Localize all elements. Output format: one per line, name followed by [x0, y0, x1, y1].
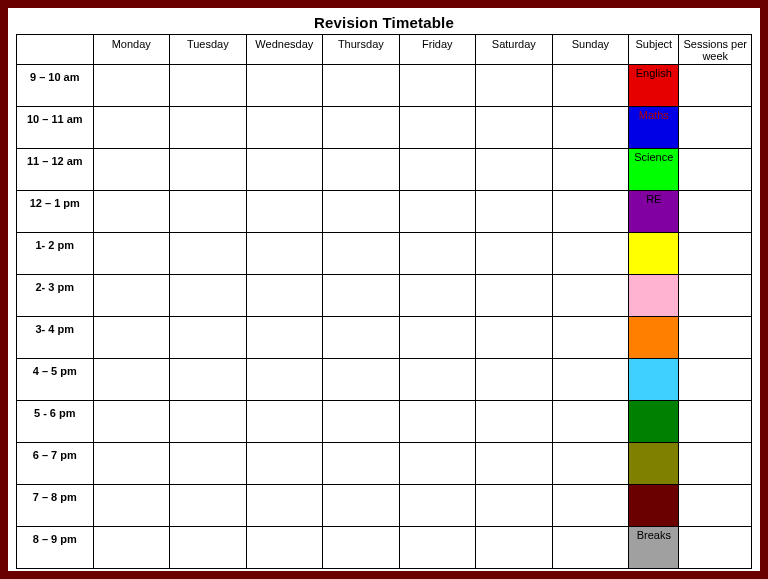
- table-row: 11 – 12 amScience: [17, 149, 752, 191]
- slot-cell: [399, 65, 476, 107]
- time-cell: 9 – 10 am: [17, 65, 94, 107]
- sessions-cell: [679, 149, 752, 191]
- subject-cell: [629, 275, 679, 317]
- slot-cell: [93, 107, 170, 149]
- slot-cell: [246, 149, 323, 191]
- slot-cell: [323, 107, 400, 149]
- slot-cell: [476, 65, 553, 107]
- subject-label: [629, 317, 678, 358]
- header-tuesday: Tuesday: [170, 35, 247, 65]
- header-sunday: Sunday: [552, 35, 629, 65]
- slot-cell: [476, 317, 553, 359]
- time-cell: 12 – 1 pm: [17, 191, 94, 233]
- subject-cell: Science: [629, 149, 679, 191]
- slot-cell: [323, 443, 400, 485]
- subject-cell: [629, 401, 679, 443]
- page-title: Revision Timetable: [16, 12, 752, 34]
- slot-cell: [323, 65, 400, 107]
- slot-cell: [246, 527, 323, 569]
- slot-cell: [476, 275, 553, 317]
- slot-cell: [399, 275, 476, 317]
- table-row: 12 – 1 pmRE: [17, 191, 752, 233]
- subject-cell: [629, 443, 679, 485]
- slot-cell: [399, 359, 476, 401]
- table-row: 9 – 10 amEnglish: [17, 65, 752, 107]
- slot-cell: [323, 359, 400, 401]
- header-wednesday: Wednesday: [246, 35, 323, 65]
- table-row: 6 – 7 pm: [17, 443, 752, 485]
- slot-cell: [476, 107, 553, 149]
- slot-cell: [399, 317, 476, 359]
- slot-cell: [323, 191, 400, 233]
- subject-cell: [629, 485, 679, 527]
- table-row: 1- 2 pm: [17, 233, 752, 275]
- subject-label: [629, 359, 678, 400]
- slot-cell: [552, 485, 629, 527]
- slot-cell: [399, 233, 476, 275]
- slot-cell: [93, 401, 170, 443]
- slot-cell: [476, 527, 553, 569]
- sessions-cell: [679, 401, 752, 443]
- subject-label: [629, 443, 678, 484]
- subject-label: [629, 485, 678, 526]
- subject-label: [629, 233, 678, 274]
- timetable: Monday Tuesday Wednesday Thursday Friday…: [16, 34, 752, 569]
- slot-cell: [552, 191, 629, 233]
- slot-cell: [170, 527, 247, 569]
- slot-cell: [476, 149, 553, 191]
- slot-cell: [246, 191, 323, 233]
- table-row: 2- 3 pm: [17, 275, 752, 317]
- slot-cell: [170, 359, 247, 401]
- slot-cell: [476, 443, 553, 485]
- sessions-cell: [679, 107, 752, 149]
- slot-cell: [93, 65, 170, 107]
- subject-cell: [629, 359, 679, 401]
- sessions-cell: [679, 443, 752, 485]
- slot-cell: [246, 65, 323, 107]
- table-row: 5 - 6 pm: [17, 401, 752, 443]
- slot-cell: [170, 107, 247, 149]
- slot-cell: [552, 233, 629, 275]
- time-cell: 7 – 8 pm: [17, 485, 94, 527]
- subject-label: RE: [629, 191, 678, 232]
- slot-cell: [93, 485, 170, 527]
- slot-cell: [323, 527, 400, 569]
- slot-cell: [93, 359, 170, 401]
- slot-cell: [399, 485, 476, 527]
- sessions-cell: [679, 485, 752, 527]
- subject-cell: Breaks: [629, 527, 679, 569]
- subject-label: English: [629, 65, 678, 106]
- slot-cell: [476, 191, 553, 233]
- slot-cell: [399, 443, 476, 485]
- slot-cell: [399, 527, 476, 569]
- slot-cell: [93, 233, 170, 275]
- slot-cell: [323, 149, 400, 191]
- slot-cell: [399, 149, 476, 191]
- time-cell: 4 – 5 pm: [17, 359, 94, 401]
- header-sessions: Sessions per week: [679, 35, 752, 65]
- slot-cell: [246, 401, 323, 443]
- time-cell: 2- 3 pm: [17, 275, 94, 317]
- slot-cell: [93, 443, 170, 485]
- slot-cell: [476, 233, 553, 275]
- slot-cell: [170, 317, 247, 359]
- slot-cell: [246, 275, 323, 317]
- slot-cell: [170, 443, 247, 485]
- subject-cell: [629, 233, 679, 275]
- slot-cell: [93, 275, 170, 317]
- slot-cell: [552, 401, 629, 443]
- subject-cell: RE: [629, 191, 679, 233]
- slot-cell: [552, 443, 629, 485]
- subject-cell: English: [629, 65, 679, 107]
- slot-cell: [93, 317, 170, 359]
- slot-cell: [476, 485, 553, 527]
- header-thursday: Thursday: [323, 35, 400, 65]
- time-cell: 3- 4 pm: [17, 317, 94, 359]
- subject-label: Science: [629, 149, 678, 190]
- slot-cell: [246, 107, 323, 149]
- page: Revision Timetable Monday Tuesday Wednes…: [8, 8, 760, 571]
- table-row: 7 – 8 pm: [17, 485, 752, 527]
- sessions-cell: [679, 191, 752, 233]
- slot-cell: [399, 401, 476, 443]
- slot-cell: [323, 401, 400, 443]
